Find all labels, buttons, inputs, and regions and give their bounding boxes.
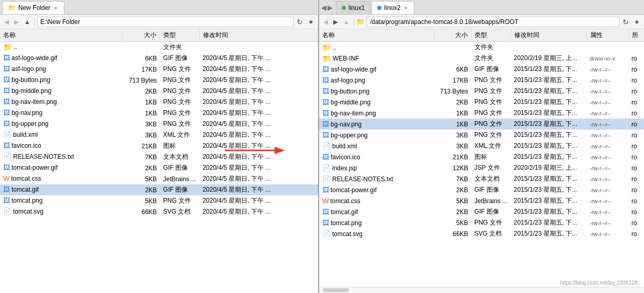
file-type-cell: PNG 文件 [160,64,199,75]
file-date-cell: 2015/1/23 星期五, 下... [511,217,586,228]
table-row[interactable]: 🖼favicon.ico21KB图标2020/4/5 星期日, 下午 ... [0,140,318,151]
table-row[interactable]: 🖼bg-nav-item.png1KBPNG 文件2020/4/5 星期日, 下… [0,97,318,108]
file-name-cell: 📄index.jsp [319,162,435,173]
table-row[interactable]: 🖼tomcat.gif2KBGIF 图像2020/4/5 星期日, 下午 ... [0,184,318,195]
file-size-cell [435,53,471,64]
file-date-cell: 2015/1/23 星期五, 下... [511,195,586,206]
table-row[interactable]: Wtomcat.css5KBJetBrains ...2015/1/23 星期五… [319,195,644,206]
left-forward-btn[interactable]: ▶ [12,17,21,27]
table-row[interactable]: 🖼tomcat.png5KBPNG 文件2020/4/5 星期日, 下午 ... [0,195,318,206]
file-size-cell: 3KB [435,140,471,151]
right-refresh-btn[interactable]: ↻ [620,17,631,27]
file-type-cell: GIF 图像 [160,162,199,173]
table-row[interactable]: 🖼asf-logo.png17KBPNG 文件2015/1/23 星期五, 下.… [319,75,644,86]
file-size-cell: 6KB [123,53,160,64]
file-type-cell: 文本文档 [160,151,199,162]
file-name-cell: 📄build.xml [0,130,123,139]
file-owner-cell: ro [628,75,644,86]
table-row[interactable]: 🖼bg-nav-item.png1KBPNG 文件2015/1/23 星期五, … [319,108,644,119]
table-row[interactable]: 📄build.xml3KBXML 文件2020/4/5 星期日, 下午 ... [0,130,318,140]
table-row[interactable]: 🖼asf-logo.png17KBPNG 文件2020/4/5 星期日, 下午 … [0,64,318,75]
file-size-cell: 5KB [123,173,160,184]
right-path-input[interactable] [367,17,619,27]
right-nav-back[interactable]: ◀ [321,4,326,11]
table-row[interactable]: 📁..文件夹 [0,42,318,53]
tab-linux2-close[interactable]: × [403,5,409,11]
file-owner-cell: ro [628,151,644,162]
file-name-cell: 🖼tomcat.gif [319,206,435,217]
file-name-cell: 🖼favicon.ico [319,151,435,162]
right-nav-forward[interactable]: ▶ [327,4,333,11]
file-date-cell: 2015/1/23 星期五, 下... [511,184,586,195]
table-row[interactable]: 🖼favicon.ico21KB图标2015/1/23 星期五, 下...-rw… [319,151,644,162]
file-date-cell: 2020/4/5 星期日, 下午 ... [199,130,318,140]
file-attr-cell: -rw-r--r-- [586,119,628,130]
file-name-cell: 🖼bg-button.png [0,75,123,85]
file-size-cell: 12KB [435,162,471,173]
file-attr-cell: -rw-r--r-- [586,108,628,119]
table-row[interactable]: 📁WEB-INF文件夹2020/2/19 星期三, 上...drwxr-xr-x… [319,53,644,64]
table-row[interactable]: 🖼bg-button.png713 BytesPNG 文件2020/4/5 星期… [0,75,318,86]
file-attr-cell: -rw-r--r-- [586,97,628,108]
table-row[interactable]: 🖼bg-nav.png1KBPNG 文件2020/4/5 星期日, 下午 ... [0,108,318,119]
linux1-dot [342,6,346,10]
left-back-btn[interactable]: ◀ [2,17,11,27]
file-date-cell: 2020/4/5 星期日, 下午 ... [199,206,318,217]
table-row[interactable]: 📄index.jsp12KBJSP 文件2020/2/19 星期三, 上...-… [319,162,644,173]
file-date-cell: 2015/1/23 星期五, 下... [511,64,586,75]
table-row[interactable]: 🖼bg-nav.png1KBPNG 文件2015/1/23 星期五, 下...-… [319,119,644,130]
file-type-cell: PNG 文件 [471,86,511,97]
file-size-cell: 5KB [435,195,471,206]
left-path-input[interactable] [37,17,293,27]
table-row[interactable]: 📄tomcat.svg66KBSVG 文档2015/1/23 星期五, 下...… [319,228,644,239]
table-row[interactable]: 📄build.xml3KBXML 文件2015/1/23 星期五, 下...-r… [319,140,644,151]
table-row[interactable]: 🖼bg-middle.png2KBPNG 文件2020/4/5 星期日, 下午 … [0,86,318,97]
right-bookmark-btn[interactable]: ★ [632,17,642,27]
table-row[interactable]: 🖼tomcat-power.gif2KBGIF 图像2020/4/5 星期日, … [0,162,318,173]
file-owner-cell: ro [628,162,644,173]
file-attr-cell: -rw-r--r-- [586,162,628,173]
table-row[interactable]: 🖼bg-button.png713 BytesPNG 文件2015/1/23 星… [319,86,644,97]
file-name-cell: 📄tomcat.svg [319,228,435,239]
file-type-cell: PNG 文件 [160,119,199,130]
right-up-btn[interactable]: ▲ [341,17,352,27]
file-type-cell: SVG 文档 [471,228,511,239]
right-back-btn[interactable]: ◀ [321,17,330,27]
right-forward-btn[interactable]: ▶ [331,17,340,27]
table-row[interactable]: 🖼bg-middle.png2KBPNG 文件2015/1/23 星期五, 下.… [319,97,644,108]
file-type-cell: XML 文件 [160,130,199,140]
folder-icon: 📁 [8,4,16,11]
right-col-date: 修改时间 [511,29,586,42]
tab-linux2[interactable]: linux2 × [371,1,414,14]
table-row[interactable]: 🖼tomcat-power.gif2KBGIF 图像2015/1/23 星期五,… [319,184,644,195]
file-name-cell: 🖼bg-upper.png [319,130,435,140]
tab-new-folder[interactable]: 📁 New Folder × [2,1,64,14]
left-bookmark-btn[interactable]: ★ [306,17,316,27]
file-owner-cell: ro [628,64,644,75]
table-row[interactable]: 🖼asf-logo-wide.gif6KBGIF 图像2020/4/5 星期日,… [0,53,318,64]
file-type-cell: JetBrains ... [471,195,511,206]
table-row[interactable]: 🖼tomcat.gif2KBGIF 图像2015/1/23 星期五, 下...-… [319,206,644,217]
table-row[interactable]: 📄RELEASE-NOTES.txt7KB文本文档2020/4/5 星期日, 下… [0,151,318,162]
left-col-size: 大小 [123,29,160,42]
file-owner-cell: ro [628,140,644,151]
left-refresh-btn[interactable]: ↻ [295,17,305,27]
table-row[interactable]: 📁..文件夹 [319,42,644,53]
file-date-cell: 2020/4/5 星期日, 下午 ... [199,162,318,173]
left-tab-close[interactable]: × [53,5,58,11]
right-hscroll[interactable] [319,287,644,293]
file-size-cell: 21KB [123,140,160,151]
file-size-cell: 1KB [123,97,160,108]
tab-linux1[interactable]: linux1 [336,1,370,14]
file-name-cell: 🖼asf-logo-wide.gif [0,53,123,63]
table-row[interactable]: 🖼tomcat.png5KBPNG 文件2015/1/23 星期五, 下...-… [319,217,644,228]
file-attr-cell: -rw-r--r-- [586,86,628,97]
table-row[interactable]: 🖼bg-upper.png3KBPNG 文件2015/1/23 星期五, 下..… [319,130,644,140]
table-row[interactable]: 🖼asf-logo-wide.gif6KBGIF 图像2015/1/23 星期五… [319,64,644,75]
table-row[interactable]: 📄tomcat.svg66KBSVG 文档2020/4/5 星期日, 下午 ..… [0,206,318,217]
left-up-btn[interactable]: ▲ [22,17,32,27]
table-row[interactable]: 🖼bg-upper.png3KBPNG 文件2020/4/5 星期日, 下午 .… [0,119,318,130]
table-row[interactable]: Wtomcat.css5KBJetBrains ...2020/4/5 星期日,… [0,173,318,184]
file-owner-cell: ro [628,130,644,140]
table-row[interactable]: 📄RELEASE-NOTES.txt7KB文本文档2015/1/23 星期五, … [319,173,644,184]
